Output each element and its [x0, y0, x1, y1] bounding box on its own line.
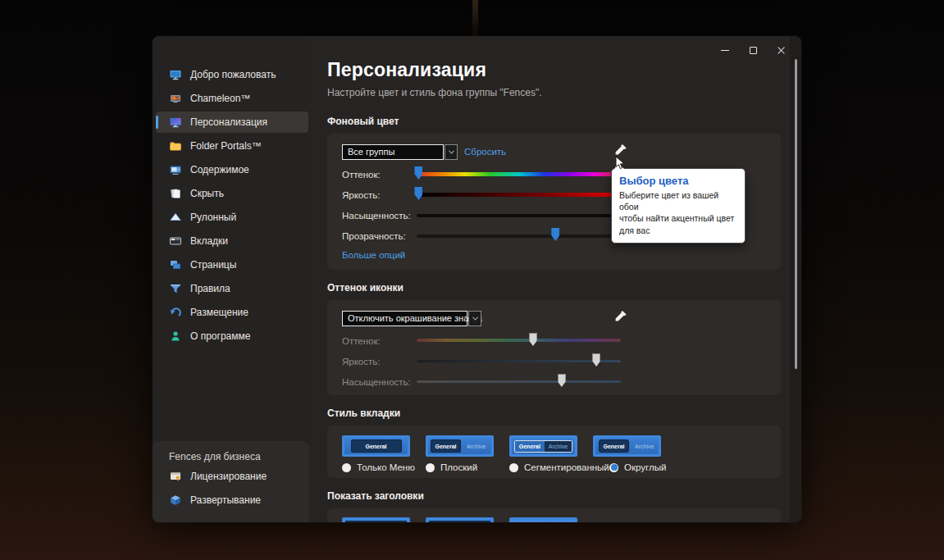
tabs-icon	[169, 234, 182, 248]
icon-brightness-slider[interactable]	[417, 351, 621, 371]
transparency-slider-label: Прозрачность:	[342, 231, 417, 241]
tab-style-preview-flat: General Archive	[426, 435, 494, 457]
chevron-down-icon	[472, 314, 477, 320]
sidebar-item-label: Размещение	[190, 307, 249, 318]
group-select-dropdown[interactable]: Все группы	[342, 144, 458, 160]
more-options-link[interactable]: Больше опций	[342, 250, 405, 260]
maximize-icon	[750, 47, 757, 54]
icon-saturation-slider-row: Насыщенность:	[342, 371, 766, 392]
rollup-triangle-icon	[169, 211, 182, 224]
hue-slider[interactable]	[417, 164, 621, 184]
sidebar-item-folder-portals[interactable]: Folder Portals™	[156, 135, 308, 157]
saturation-slider-track[interactable]	[417, 214, 621, 217]
sidebar-item-label: Персонализация	[190, 116, 267, 128]
slider-handle[interactable]	[529, 333, 537, 346]
section-header-background-color: Фоновый цвет	[327, 116, 781, 127]
sidebar-item-licensing[interactable]: Лицензирование	[156, 466, 308, 487]
tab-style-preview-menu-only: General	[342, 435, 410, 457]
maximize-button[interactable]	[739, 39, 767, 61]
preview-tab-general: General	[431, 439, 461, 453]
hue-slider-label: Оттенок:	[342, 170, 417, 180]
sidebar-item-label: Лицензирование	[190, 471, 267, 482]
brightness-slider-track[interactable]	[417, 193, 621, 197]
radio-option-rounded[interactable]: Округлый	[609, 462, 693, 472]
sidebar-item-label: Скрыть	[190, 188, 224, 199]
wallpaper-detail	[472, 0, 478, 38]
section-header-icon-tint: Оттенок иконки	[327, 282, 781, 294]
minimize-button[interactable]	[711, 39, 739, 61]
sidebar-item-about[interactable]: О программе	[156, 326, 308, 347]
chevron-down-icon	[448, 148, 454, 153]
content-monitor-icon	[169, 163, 182, 176]
icon-brightness-slider-row: Яркость:	[342, 351, 766, 371]
pages-stack-icon	[169, 187, 182, 200]
preview-tab-archive: Archive	[545, 441, 572, 452]
main-content: Персонализация Настройте цвет и стиль фо…	[309, 36, 801, 522]
sidebar-item-rules[interactable]: Правила	[156, 278, 308, 299]
preview-tab-general: General	[515, 441, 545, 452]
radio-unchecked-icon[interactable]	[509, 463, 518, 472]
icon-tint-dropdown[interactable]: Отключить окрашивание значка	[342, 311, 481, 326]
slider-handle[interactable]	[551, 228, 559, 241]
sidebar-item-label: Правила	[190, 283, 230, 294]
icon-hue-slider-label: Оттенок:	[342, 336, 417, 346]
icon-hue-slider-row: Оттенок:	[342, 330, 766, 351]
radio-unchecked-icon[interactable]	[426, 463, 435, 472]
hue-slider-track[interactable]	[417, 172, 621, 176]
sidebar-item-personalization[interactable]: Персонализация	[156, 112, 308, 133]
icon-tint-card: Отключить окрашивание значка Оттенок: Яр…	[327, 300, 781, 395]
icon-hue-slider-track[interactable]	[417, 339, 621, 342]
scrollbar-thumb[interactable]	[795, 59, 797, 369]
radio-label: Сегментированный	[524, 462, 609, 472]
radio-label: Только Меню	[357, 462, 415, 472]
color-picker-tooltip: Выбор цвета Выберите цвет из вашей обои …	[611, 168, 746, 244]
tooltip-text-line1: Выберите цвет из вашей обои	[619, 189, 737, 212]
radio-checked-icon[interactable]	[609, 463, 618, 472]
radio-unchecked-icon[interactable]	[342, 463, 351, 472]
radio-option-segmented[interactable]: Сегментированный	[509, 462, 609, 472]
sidebar-item-chameleon[interactable]: Chameleon™	[156, 88, 308, 109]
business-panel-header: Fences для бизнеса	[153, 441, 309, 466]
slider-handle[interactable]	[558, 374, 566, 387]
sidebar-item-label: Содержимое	[190, 164, 249, 175]
desktop-wallpaper: Добро пожаловать Chameleon™ Персонализац…	[0, 0, 944, 560]
reset-link[interactable]: Сбросить	[464, 147, 506, 157]
scrollbar-track[interactable]	[790, 36, 801, 522]
close-button[interactable]	[767, 39, 795, 61]
sidebar-item-hide[interactable]: Скрыть	[156, 183, 308, 204]
sidebar-item-label: Вкладки	[190, 235, 228, 247]
eyedropper-icon[interactable]	[613, 309, 628, 324]
sidebar-item-tabs[interactable]: Вкладки	[156, 230, 308, 252]
icon-brightness-slider-track[interactable]	[417, 360, 621, 362]
dropdown-button[interactable]	[468, 311, 481, 326]
brightness-slider[interactable]	[417, 184, 621, 205]
eyedropper-icon[interactable]	[613, 143, 628, 157]
window-controls	[711, 39, 795, 61]
dropdown-button[interactable]	[445, 144, 458, 160]
radio-option-flat[interactable]: Плоский	[426, 462, 509, 472]
sidebar-item-deployment[interactable]: Развертывание	[156, 489, 308, 511]
sidebar-item-pages[interactable]: Страницы	[156, 254, 308, 275]
saturation-slider[interactable]	[417, 205, 621, 225]
sidebar-item-placement[interactable]: Размещение	[156, 302, 308, 323]
pages-tiles-icon	[169, 258, 182, 271]
transparency-slider[interactable]	[417, 225, 621, 246]
monitor-icon	[169, 68, 182, 81]
tooltip-text-line2: чтобы найти акцентный цвет для вас	[619, 212, 737, 235]
slider-handle[interactable]	[592, 353, 600, 367]
certificate-icon	[169, 470, 182, 483]
sidebar: Добро пожаловать Chameleon™ Персонализац…	[153, 36, 309, 522]
tab-style-preview-rounded: General Archive	[593, 435, 661, 457]
tab-style-preview-segmented: General Archive	[509, 435, 577, 457]
sidebar-item-rollup[interactable]: Рулонный	[156, 207, 308, 228]
transparency-slider-track[interactable]	[417, 234, 621, 238]
icon-saturation-slider-track[interactable]	[417, 380, 621, 383]
brightness-slider-label: Яркость:	[342, 190, 417, 200]
sidebar-item-content[interactable]: Содержимое	[156, 159, 308, 180]
icon-hue-slider[interactable]	[417, 330, 621, 351]
person-icon	[169, 330, 182, 343]
sidebar-item-welcome[interactable]: Добро пожаловать	[156, 64, 308, 85]
sidebar-item-label: Folder Portals™	[190, 140, 262, 152]
icon-saturation-slider[interactable]	[417, 371, 621, 392]
radio-option-menu-only[interactable]: Только Меню	[342, 462, 426, 472]
